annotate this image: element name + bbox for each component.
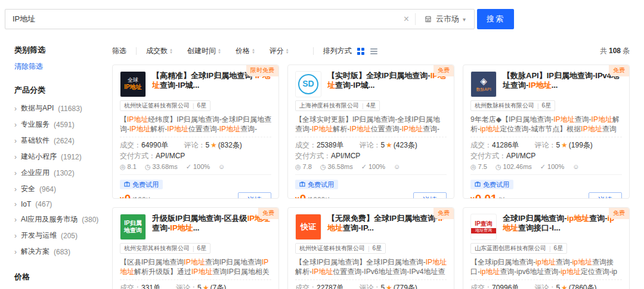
search-scope-dropdown[interactable]: 云市场 ▾: [415, 13, 474, 25]
product-logo: ◈数脉API: [470, 71, 497, 97]
results-main: 筛选 成交数▲▼创建时间▲▼价格▲▼评分▲▼ 排列方式: [112, 45, 630, 289]
delivery-value: API/MCP: [506, 152, 535, 160]
review-stat: 评论：5★(779条): [359, 284, 417, 289]
delivery-row: 交付方式：API/MCP: [120, 152, 271, 160]
company-stars: 6星: [197, 102, 207, 110]
free-trial-badge[interactable]: 免费试用: [120, 180, 163, 189]
free-trial-badge[interactable]: 免费试用: [470, 180, 513, 189]
star-icon: ★: [210, 141, 217, 149]
sidebar-category-item[interactable]: ›AI应用及服务市场(380): [14, 211, 101, 227]
delivery-row: 交付方式：API/MCP: [295, 152, 447, 160]
deal-stat: 成交：64990单: [120, 141, 168, 149]
company-stars: 6星: [373, 244, 382, 253]
latency-icon: ◷: [145, 162, 151, 171]
logo-text: 地址查询: [471, 228, 496, 233]
review-label: 评论：: [534, 284, 556, 289]
product-card[interactable]: 免费 IP归属地查询 升级版IP归属地查询-区县级IP地址查询-IP地址... …: [112, 207, 279, 289]
success-rate-metric: ✓100%: [540, 162, 564, 171]
review-score: 5: [556, 284, 560, 289]
review-label: 评论：: [359, 284, 380, 289]
review-stat: 评论：5★(7860条): [534, 284, 596, 289]
corner-badge: 免费: [609, 65, 629, 76]
product-card[interactable]: 免费 IP查询地址查询 全球IP归属地查询-ip地址查询-ip地址查询接口-I.…: [463, 207, 630, 289]
review-count: (7条): [210, 284, 226, 289]
product-card[interactable]: 免费 ◈数脉API 【数脉API】IP归属地查询-IPv4地址查询-IP地址..…: [463, 64, 630, 199]
sort-option[interactable]: 创建时间▲▼: [187, 46, 221, 56]
success-rate-metric: ✓100%: [186, 162, 210, 171]
success-rate-icon: ✓: [361, 162, 367, 171]
sidebar-category-item[interactable]: ›建站小程序(1912): [14, 149, 101, 165]
sidebar-category-item[interactable]: ›安全(964): [14, 181, 101, 197]
chevron-right-icon: ›: [14, 186, 17, 193]
product-title[interactable]: 升级版IP归属地查询-区县级IP地址查询-IP地址...: [152, 214, 271, 233]
star-icon: ★: [203, 284, 209, 289]
search-input[interactable]: [5, 15, 398, 24]
review-label: 评论：: [359, 141, 380, 149]
clear-search-icon[interactable]: ×: [398, 14, 415, 24]
price-symbol: ¥: [470, 196, 475, 199]
toolbar-divider: [136, 47, 137, 55]
review-stat: 评论：5★(199条): [534, 141, 592, 149]
sidebar-category-item[interactable]: ›企业应用(1302): [14, 165, 101, 181]
company-name: 山东蓝图创思科技有限公司: [475, 244, 546, 253]
metric-value: 100%: [193, 162, 210, 171]
review-stat: 评论：5★(423条): [359, 141, 417, 149]
category-count: (1302): [54, 169, 75, 177]
sort-arrows-icon: ▲▼: [286, 48, 289, 54]
company-stars: 6星: [554, 244, 564, 253]
product-title[interactable]: 全球IP归属地查询-ip地址查询-ip地址查询接口-I...: [503, 214, 622, 233]
sort-option[interactable]: 成交数▲▼: [146, 46, 173, 56]
price-unit: /100次: [132, 195, 153, 199]
review-count: (423条): [394, 141, 417, 149]
category-label: 建站小程序: [21, 152, 57, 162]
product-card[interactable]: 免费 SD 【实时版】全球IP归属地查询-IP地址查询-IP城... 上海神度科…: [287, 64, 454, 199]
search-button[interactable]: 搜索: [477, 9, 514, 29]
product-logo: 全球IP地址: [120, 71, 146, 97]
filter-button[interactable]: 筛选: [112, 46, 126, 56]
sidebar-category-item[interactable]: ›解决方案(683): [14, 244, 101, 260]
sort-option[interactable]: 价格▲▼: [236, 46, 255, 56]
product-description: 【区县IP归属地查询IP地址查询IP归属地查询IP地址解析升级版】通过IP地址查…: [120, 257, 271, 276]
category-count: (1912): [61, 153, 82, 161]
metric-value: 33.68ms: [153, 162, 178, 171]
sidebar-category-item[interactable]: ›开发与运维(205): [14, 227, 101, 244]
latency-metric: ◷36.58ms: [320, 162, 353, 171]
product-title[interactable]: 【数脉API】IP归属地查询-IPv4地址查询-IP地址...: [503, 71, 622, 90]
deal-value: 22787单: [317, 284, 343, 289]
trial-label: 免费试用: [132, 181, 159, 188]
pill-separator: |: [362, 103, 364, 109]
product-title[interactable]: 【实时版】全球IP归属地查询-IP地址查询-IP城...: [327, 71, 447, 90]
product-title[interactable]: 【无限免费】全球IP归属地查询-IP地址查询-IP...: [327, 214, 447, 233]
pill-separator: |: [537, 103, 539, 109]
company-pill: 山东蓝图创思科技有限公司 | 6星: [470, 243, 567, 254]
detail-button[interactable]: 详情: [589, 192, 622, 199]
sidebar-category-item[interactable]: ›基础软件(2624): [14, 133, 101, 149]
card-grid: 限时免费 全球IP地址 【高精准】全球IP归属地查询-IP地址查询-IP城...…: [112, 64, 630, 289]
sidebar-category-item[interactable]: ›数据与API(11683): [14, 100, 101, 116]
corner-badge: 免费: [434, 65, 454, 76]
category-label: AI应用及服务市场: [21, 214, 78, 225]
deal-value: 70996单: [492, 284, 519, 289]
product-description: 【IP地址经纬度】IP归属地查询-全球IP归属地查询-IP地址解析-IP地址位置…: [120, 115, 271, 134]
category-section-title: 产品分类: [14, 85, 101, 96]
free-trial-badge[interactable]: 免费试用: [295, 180, 338, 189]
detail-button[interactable]: 详情: [413, 192, 447, 199]
grid-view-icon[interactable]: [357, 47, 365, 56]
category-label: 解决方案: [21, 247, 49, 257]
list-view-icon[interactable]: [370, 47, 378, 56]
sort-option[interactable]: 评分▲▼: [270, 46, 289, 56]
clear-filters-link[interactable]: 清除筛选: [14, 62, 43, 72]
deal-stat: 成交：331单: [120, 284, 160, 289]
corner-badge: 免费: [258, 208, 278, 219]
product-card[interactable]: 限时免费 全球IP地址 【高精准】全球IP归属地查询-IP地址查询-IP城...…: [112, 64, 279, 199]
star-icon: ★: [386, 284, 392, 289]
product-card[interactable]: 免费 快证 【无限免费】全球IP归属地查询-IP地址查询-IP... 杭州快证签…: [287, 207, 454, 289]
review-stat: 评论：5★(832条): [184, 141, 242, 149]
category-label: 企业应用: [21, 168, 49, 178]
detail-button[interactable]: 详情: [238, 192, 271, 199]
company-stars: 4星: [367, 102, 376, 110]
sidebar-category-item[interactable]: ›IoT(467): [14, 197, 101, 211]
sidebar-category-item[interactable]: ›专业服务(4591): [14, 116, 101, 133]
category-count: (964): [39, 185, 56, 193]
deal-label: 成交：: [470, 141, 492, 149]
